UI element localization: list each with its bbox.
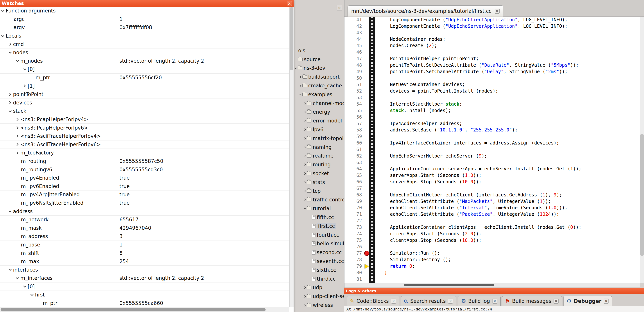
- debug-margin[interactable]: [369, 270, 376, 276]
- tree-item[interactable]: buildsupport: [294, 72, 344, 81]
- tab-close-icon[interactable]: ×: [494, 9, 500, 14]
- tree-item[interactable]: third.cc: [294, 275, 344, 283]
- line-number[interactable]: 76: [344, 244, 364, 250]
- debug-margin[interactable]: [369, 198, 376, 205]
- code-text[interactable]: [376, 49, 384, 56]
- code-text[interactable]: [376, 114, 384, 121]
- line-number[interactable]: 81: [344, 276, 364, 283]
- code-text[interactable]: NetDeviceContainer devices;: [376, 81, 465, 88]
- code-text[interactable]: LogComponentEnable ("UdpEchoClientApplic…: [376, 17, 568, 23]
- watch-row[interactable]: m_address3: [0, 232, 289, 241]
- line-number[interactable]: 56: [344, 114, 364, 121]
- tree-item[interactable]: ipv6: [294, 125, 344, 134]
- line-number[interactable]: 57: [344, 121, 364, 127]
- tab-close-icon[interactable]: ×: [448, 299, 453, 304]
- code-text[interactable]: echoClient.SetAttribute ("MaxPackets", U…: [376, 198, 551, 205]
- watch-row[interactable]: first: [0, 291, 289, 299]
- debug-margin[interactable]: [369, 250, 376, 257]
- debug-margin[interactable]: [369, 62, 376, 69]
- marker-slot[interactable]: [364, 172, 369, 179]
- debug-margin[interactable]: [369, 56, 376, 62]
- tab-close-icon[interactable]: ×: [492, 299, 497, 304]
- debug-margin[interactable]: [369, 153, 376, 159]
- expand-arrow-icon[interactable]: [23, 85, 26, 88]
- marker-slot[interactable]: [364, 257, 369, 263]
- expand-arrow-icon[interactable]: [304, 304, 306, 307]
- expand-arrow-icon[interactable]: [8, 101, 11, 104]
- watch-row[interactable]: m_shift8: [0, 249, 289, 257]
- watches-vscrollbar[interactable]: [289, 7, 294, 307]
- debug-margin[interactable]: [369, 127, 376, 133]
- debug-margin[interactable]: [369, 276, 376, 283]
- watch-row[interactable]: m_interfacesstd::vector of length 2, cap…: [0, 274, 289, 283]
- collapse-arrow-icon[interactable]: [299, 93, 302, 95]
- debug-margin[interactable]: [369, 36, 376, 43]
- code-text[interactable]: serverApps.Stop (Seconds (10.0));: [376, 179, 482, 185]
- line-number[interactable]: 50: [344, 75, 364, 82]
- tree-item[interactable]: fourth.cc: [294, 231, 344, 239]
- line-number[interactable]: 69: [344, 198, 364, 205]
- expand-arrow-icon[interactable]: [299, 76, 301, 78]
- tab-close-icon[interactable]: ×: [554, 299, 558, 304]
- debug-margin[interactable]: [369, 166, 376, 172]
- tab-close-icon[interactable]: ×: [391, 299, 396, 304]
- code-text[interactable]: stack.Install (nodes);: [376, 108, 451, 114]
- code-text[interactable]: ApplicationContainer clientApps = echoCl…: [376, 224, 582, 231]
- debug-margin[interactable]: [369, 75, 376, 82]
- debug-margin[interactable]: [369, 172, 376, 179]
- line-number[interactable]: 48: [344, 62, 364, 69]
- line-number[interactable]: 52: [344, 88, 364, 95]
- expand-arrow-icon[interactable]: [16, 118, 18, 121]
- debug-margin[interactable]: [369, 205, 376, 211]
- line-number[interactable]: 60: [344, 140, 364, 147]
- debug-margin[interactable]: [369, 237, 376, 244]
- marker-slot[interactable]: [364, 244, 369, 250]
- expand-arrow-icon[interactable]: [16, 143, 18, 146]
- line-number[interactable]: 45: [344, 42, 364, 49]
- watch-row[interactable]: Locals: [0, 32, 289, 40]
- debug-margin[interactable]: [369, 231, 376, 237]
- expand-arrow-icon[interactable]: [16, 135, 18, 138]
- watch-row[interactable]: interfaces: [0, 266, 289, 274]
- line-number[interactable]: 61: [344, 147, 364, 153]
- line-number[interactable]: 79: [344, 263, 364, 270]
- marker-slot[interactable]: [364, 159, 369, 166]
- code-text[interactable]: echoClient.SetAttribute ("PacketSize", U…: [376, 211, 559, 218]
- expand-arrow-icon[interactable]: [304, 120, 306, 122]
- watch-row[interactable]: <ns3::AsciiTraceHelperForIpv4>: [0, 132, 289, 141]
- collapse-arrow-icon[interactable]: [1, 34, 4, 37]
- expand-arrow-icon[interactable]: [304, 181, 306, 183]
- tab-close-icon[interactable]: ×: [604, 299, 609, 304]
- expand-arrow-icon[interactable]: [304, 198, 306, 201]
- code-text[interactable]: [376, 133, 384, 140]
- tree-item[interactable]: udp-client-ser: [294, 292, 344, 301]
- collapse-arrow-icon[interactable]: [16, 276, 19, 279]
- code-text[interactable]: address.SetBase ("10.1.1.0", "255.255.25…: [376, 127, 518, 133]
- marker-slot[interactable]: [364, 95, 369, 101]
- code-text[interactable]: [376, 276, 384, 283]
- code-text[interactable]: Ipv4InterfaceContainer interfaces = addr…: [376, 140, 559, 147]
- watch-row[interactable]: Function arguments: [0, 7, 289, 15]
- line-number[interactable]: 73: [344, 224, 364, 231]
- watch-row[interactable]: m_ipv4Enabledtrue: [0, 174, 289, 182]
- tree-item[interactable]: realtime: [294, 152, 344, 160]
- marker-slot[interactable]: [364, 23, 369, 30]
- marker-slot[interactable]: [364, 250, 369, 257]
- marker-slot[interactable]: [364, 49, 369, 56]
- collapse-arrow-icon[interactable]: [304, 207, 306, 209]
- watch-row[interactable]: m_mask4294967040: [0, 224, 289, 232]
- tree-item[interactable]: traffic-contro: [294, 195, 344, 204]
- line-number[interactable]: 74: [344, 231, 364, 237]
- expand-arrow-icon[interactable]: [8, 43, 11, 46]
- code-text[interactable]: [376, 95, 384, 101]
- code-text[interactable]: Simulator::Run ();: [376, 250, 440, 257]
- tree-item[interactable]: channel-mod: [294, 99, 344, 108]
- marker-slot[interactable]: [364, 166, 369, 172]
- line-number[interactable]: 68: [344, 192, 364, 198]
- vscroll-handle[interactable]: [640, 134, 644, 256]
- watch-row[interactable]: [1]: [0, 82, 289, 90]
- debug-margin[interactable]: [369, 263, 376, 270]
- collapse-arrow-icon[interactable]: [16, 59, 19, 62]
- log-tab-search-results[interactable]: Search results×: [401, 296, 456, 306]
- watch-row[interactable]: devices: [0, 99, 289, 107]
